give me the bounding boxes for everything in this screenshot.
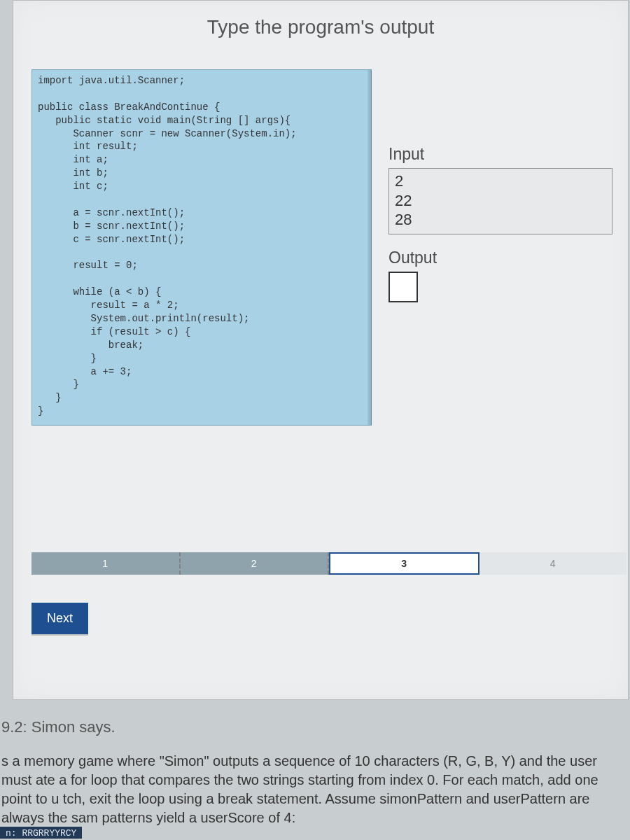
code-listing: import java.util.Scanner; public class B… (31, 69, 372, 426)
lower-heading: 9.2: Simon says. (0, 718, 630, 736)
step-1[interactable]: 1 (31, 552, 181, 575)
exercise-title: Type the program's output (13, 1, 628, 59)
output-label: Output (388, 248, 612, 267)
next-button[interactable]: Next (31, 603, 88, 634)
step-2[interactable]: 2 (181, 552, 330, 575)
progress-stepper: 1 2 3 4 (31, 552, 626, 575)
footer-code-snippet: n: RRGRRYYRCY (0, 827, 82, 839)
step-3[interactable]: 3 (329, 552, 479, 575)
step-4[interactable]: 4 (479, 552, 627, 575)
lower-exercise: 9.2: Simon says. s a memory game where "… (0, 714, 630, 827)
io-panel: Input 2 22 28 Output (388, 145, 612, 302)
exercise-card: Type the program's output import java.ut… (13, 0, 629, 700)
output-answer-field[interactable] (388, 272, 418, 302)
exercise-content: import java.util.Scanner; public class B… (13, 69, 628, 426)
lower-body: s a memory game where "Simon" outputs a … (0, 752, 630, 827)
input-label: Input (388, 145, 612, 164)
input-box: 2 22 28 (388, 168, 612, 234)
